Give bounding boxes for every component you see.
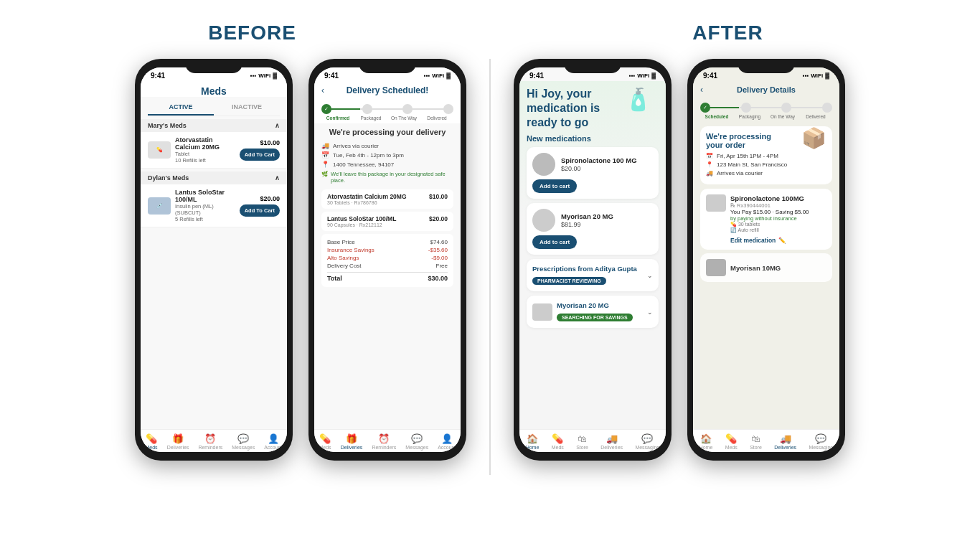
date-row-4: 📅 Fri, Apr 15th 1PM - 4PM: [706, 153, 826, 159]
nav-meds-1[interactable]: 💊Meds: [146, 433, 158, 450]
status-icons-3: ▪▪▪ WiFi ▓: [629, 72, 656, 79]
med-detail-tablets: 💊 30 tablets: [730, 222, 826, 227]
battery-icon-3: ▓: [651, 72, 656, 79]
processing-text-2: We're processing your delivery: [321, 128, 453, 136]
notch-3: [564, 59, 621, 73]
screen3-content: Hi Joy, your medication is ready to go 🧴…: [519, 81, 666, 429]
med-card-name-1: Spironolactone 100 MG: [561, 156, 653, 164]
nav-deliveries-2[interactable]: 🎁Deliveries: [341, 433, 363, 450]
add-cart-btn-1[interactable]: Add To Cart: [240, 149, 280, 161]
step-label-4-packaging: Packaging: [733, 114, 766, 119]
nav-deliveries-1[interactable]: 🎁Deliveries: [167, 433, 189, 450]
tab-active[interactable]: ACTIVE: [148, 100, 214, 116]
section-dylan: Dylan's Meds ∧: [141, 171, 287, 184]
nav-meds-4[interactable]: 💊Meds: [725, 433, 738, 450]
time-1: 9:41: [151, 72, 165, 80]
back-arrow-4[interactable]: ‹: [700, 85, 703, 95]
rx1-chevron[interactable]: ⌄: [647, 272, 653, 279]
signal-icon-3: ▪▪▪: [629, 72, 636, 79]
after-home-bg: Hi Joy, your medication is ready to go 🧴…: [519, 81, 666, 429]
delivery-header: ‹ Delivery Scheduled!: [314, 81, 461, 100]
nav-deliveries-3[interactable]: 🚚Deliveries: [600, 433, 623, 450]
step-dot-confirmed: ✓: [321, 104, 331, 114]
nav-messaging-3[interactable]: 💬Messaging: [635, 433, 659, 450]
phone-2: 9:41 ▪▪▪ WiFi ▓ ‹ Delivery Scheduled!: [308, 59, 466, 461]
nav-reminders-1[interactable]: ⏰Reminders: [198, 433, 222, 450]
edit-icon: ✏️: [778, 237, 786, 244]
address-row-4: 📍 123 Main St, San Francisco: [706, 161, 826, 168]
battery-icon-4: ▓: [825, 72, 829, 79]
med-line-2: Lantus SoloStar 100/ML $20.00 90 Capsule…: [321, 212, 453, 231]
notch-4: [738, 59, 795, 73]
step-dot-4-packaging: [741, 103, 751, 113]
add-cart-btn-2[interactable]: Add To Cart: [240, 204, 280, 217]
address-icon: 📍: [321, 161, 329, 168]
nav-meds-2[interactable]: 💊Meds: [319, 433, 331, 450]
nav-store-3[interactable]: 🛍Store: [576, 433, 588, 450]
nav-messaging-4[interactable]: 💬Messaging: [809, 433, 833, 450]
nav-account-1[interactable]: 👤Account: [264, 433, 282, 450]
wifi-icon-2: WiFi: [432, 72, 444, 79]
nav-messages-1[interactable]: 💬Messages: [232, 433, 255, 450]
step-label-confirmed: Confirmed: [321, 116, 354, 121]
med-detail-img: [706, 194, 726, 212]
del-details-title: Delivery Details: [700, 85, 832, 94]
med-card-img-1: [532, 153, 555, 176]
med-line-1: Atorvastatin Calcium 20MG $10.00 30 Tabl…: [321, 189, 453, 209]
meds-tabs: ACTIVE INACTIVE: [148, 100, 280, 116]
nav-deliveries-4[interactable]: 🚚Deliveries: [774, 433, 796, 450]
edit-med-link[interactable]: Edit medication ✏️: [730, 237, 826, 244]
step-label-4-scheduled: Scheduled: [700, 114, 733, 119]
delivery-body: We're processing your delivery 🚚 Arrives…: [314, 123, 461, 429]
insurance-row: Insurance Savings -$35.60: [327, 247, 448, 253]
step-dot-packaged: [362, 104, 372, 114]
phone-1: 9:41 ▪▪▪ WiFi ▓ Meds ACTIVE INACTIVE Mar…: [135, 59, 293, 461]
nav-home-3[interactable]: 🏠Home: [526, 433, 540, 450]
processing-box: We're processing your order 📦 📅 Fri, Apr…: [700, 126, 832, 184]
screen-3: 9:41 ▪▪▪ WiFi ▓ Hi Joy, your medication …: [519, 67, 666, 452]
tab-inactive[interactable]: INACTIVE: [214, 100, 280, 116]
step-label-onway: On The Way: [387, 116, 420, 121]
nav-meds-3[interactable]: 💊Meds: [552, 433, 564, 450]
rx2-status: SEARCHING FOR SAVINGS: [557, 314, 633, 321]
add-cart-btn-4[interactable]: Add to cart: [532, 235, 577, 249]
wifi-icon-4: WiFi: [811, 72, 823, 79]
med-detail-name: Spironolactone 100MG: [730, 194, 826, 202]
nav-reminders-2[interactable]: ⏰Reminders: [372, 433, 396, 450]
step-label-4-onway: On the Way: [766, 114, 799, 119]
time-4: 9:41: [703, 72, 717, 80]
nav-store-4[interactable]: 🛍Store: [750, 433, 762, 450]
nav-bar-2: 💊Meds 🎁Deliveries ⏰Reminders 💬Messages 👤…: [314, 429, 461, 452]
med-detail-saving: by paying without insurance: [730, 215, 826, 222]
status-icons-1: ▪▪▪ WiFi ▓: [250, 72, 277, 79]
signal-icon-2: ▪▪▪: [424, 72, 430, 79]
med-name-1: Atorvastatin Calcium 20MG: [175, 136, 235, 151]
rx1-title: Prescriptions from Aditya Gupta: [532, 265, 637, 273]
med-card-1: Spironolactone 100 MG $20.00 Add to cart: [527, 147, 659, 199]
signal-icon-1: ▪▪▪: [250, 72, 257, 79]
med-info-2: Lantus SoloStar 100/ML Insulin pen (ML) …: [175, 189, 235, 222]
med-card-price-2: $81.99: [561, 221, 653, 228]
meds-title: Meds: [141, 81, 287, 97]
med-img-2: 💉: [148, 197, 171, 215]
add-cart-btn-3[interactable]: Add to cart: [532, 179, 577, 193]
nav-account-2[interactable]: 👤Account: [438, 433, 456, 450]
screen2-content: ‹ Delivery Scheduled! ✓ Confirmed: [314, 81, 461, 429]
time-2: 9:41: [324, 72, 339, 80]
nav-messages-2[interactable]: 💬Messages: [405, 433, 428, 450]
nav-home-4[interactable]: 🏠Home: [699, 433, 713, 450]
wifi-icon-3: WiFi: [637, 72, 649, 79]
med-second-name: Myorisan 10MG: [730, 264, 781, 272]
med-item-2: 💉 Lantus SoloStar 100/ML Insulin pen (ML…: [141, 184, 287, 227]
nav-bar-3: 🏠Home 💊Meds 🛍Store 🚚Deliveries 💬Messagin…: [519, 429, 666, 452]
back-arrow-2[interactable]: ‹: [321, 85, 324, 95]
rx-card-1: Prescriptions from Aditya Gupta PHARMACI…: [527, 259, 659, 291]
med-detail-card-1: Spironolactone 100MG ℞ Rx390444001 You P…: [700, 189, 832, 250]
before-label: BEFORE: [208, 22, 296, 44]
med-detail-refill: 🔄 Auto refill: [730, 227, 826, 233]
step-label-packaged: Packaged: [354, 116, 387, 121]
progress-steps-2: ✓: [321, 104, 453, 114]
rx2-chevron[interactable]: ⌄: [647, 309, 653, 316]
total-row: Total $30.00: [327, 272, 448, 282]
screen1-content: Meds ACTIVE INACTIVE Mary's Meds ∧ 💊 Ato…: [141, 81, 287, 429]
